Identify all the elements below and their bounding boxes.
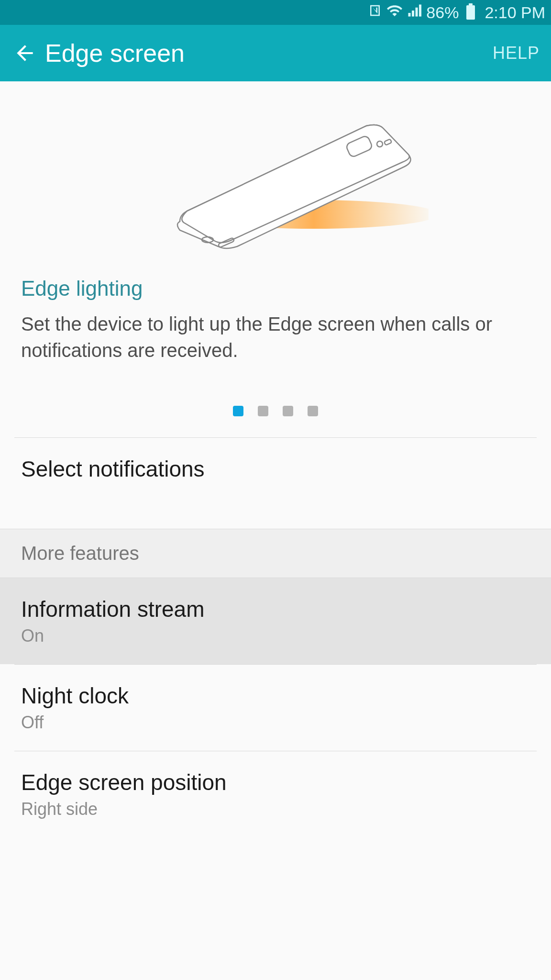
- carousel-pager: [0, 378, 551, 437]
- nfc-icon: [368, 3, 382, 22]
- back-button[interactable]: [11, 40, 38, 67]
- edge-screen-position-status: Right side: [21, 799, 530, 819]
- clock-time: 2:10 PM: [485, 3, 545, 22]
- edge-screen-position-item[interactable]: Edge screen position Right side: [0, 751, 551, 837]
- select-notifications-label: Select notifications: [21, 456, 530, 482]
- select-notifications-item[interactable]: Select notifications: [0, 438, 551, 500]
- night-clock-label: Night clock: [21, 683, 530, 709]
- edge-screen-position-label: Edge screen position: [21, 769, 530, 795]
- help-button[interactable]: HELP: [493, 43, 540, 63]
- feature-carousel[interactable]: Edge lighting Set the device to light up…: [0, 81, 551, 437]
- information-stream-label: Information stream: [21, 596, 530, 622]
- status-bar: 86% 2:10 PM: [0, 0, 551, 25]
- pager-dot-2[interactable]: [258, 406, 268, 416]
- signal-icon: [407, 3, 421, 22]
- battery-icon: [466, 5, 475, 20]
- phone-illustration: [0, 90, 551, 277]
- information-stream-status: On: [21, 626, 530, 646]
- pager-dot-4[interactable]: [308, 406, 318, 416]
- wifi-icon: [387, 3, 402, 22]
- carousel-description: Set the device to light up the Edge scre…: [21, 311, 530, 364]
- section-header-more-features: More features: [0, 529, 551, 578]
- night-clock-status: Off: [21, 713, 530, 733]
- information-stream-item[interactable]: Information stream On: [0, 578, 551, 664]
- pager-dot-1[interactable]: [233, 406, 243, 416]
- app-bar: Edge screen HELP: [0, 25, 551, 81]
- night-clock-item[interactable]: Night clock Off: [0, 665, 551, 751]
- pager-dot-3[interactable]: [283, 406, 293, 416]
- carousel-title: Edge lighting: [21, 277, 530, 301]
- page-title: Edge screen: [45, 39, 493, 67]
- battery-percent: 86%: [426, 3, 459, 22]
